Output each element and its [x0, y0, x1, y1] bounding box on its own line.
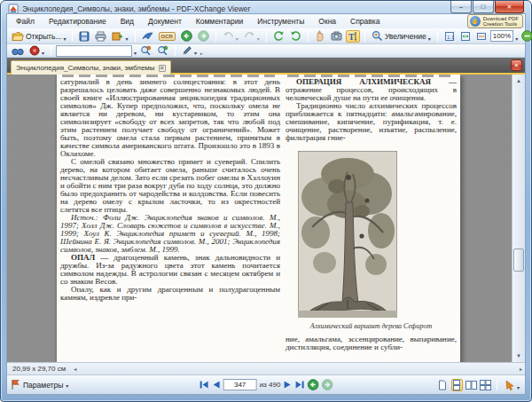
document-tab[interactable]: Энциклопедия_Символы, знаки, эмблемы: [11, 60, 171, 75]
rotate-ccw-button[interactable]: [271, 29, 286, 43]
minimize-icon: [459, 4, 463, 10]
hand-tool-button[interactable]: [313, 29, 327, 43]
toolbar-overflow-chevron[interactable]: [200, 43, 203, 59]
menu-help[interactable]: Справка: [350, 17, 379, 26]
print-icon: [95, 31, 106, 42]
next-view-button[interactable]: [321, 379, 332, 390]
zoom-tool-button[interactable]: Увеличение: [370, 28, 433, 45]
forward-arrow-icon: [198, 30, 209, 42]
send-mail-icon: [142, 31, 153, 41]
zoom-combo-caret[interactable]: [515, 28, 518, 44]
menu-edit[interactable]: Редактирование: [49, 17, 106, 26]
previous-view-button[interactable]: [307, 379, 318, 390]
chevron-down-icon: [257, 28, 260, 44]
fit-page-button[interactable]: [458, 30, 473, 43]
print-button[interactable]: [93, 30, 108, 43]
vertical-scroll-thumb[interactable]: [513, 248, 524, 272]
menu-file[interactable]: Файл: [16, 17, 35, 26]
open-label: Открыть...: [26, 32, 61, 41]
menu-document[interactable]: Документ: [148, 17, 182, 26]
close-button[interactable]: [495, 1, 524, 13]
snapshot-tool-button[interactable]: [329, 30, 344, 42]
close-icon: [514, 62, 520, 69]
fit-page-icon: [460, 31, 471, 42]
separator: [308, 31, 309, 42]
options-button[interactable]: Параметры: [11, 379, 68, 390]
rotate-cw-button[interactable]: [288, 29, 303, 43]
go-back-button[interactable]: [179, 29, 194, 43]
rotate-cw-icon: [290, 30, 301, 42]
save-button[interactable]: [77, 30, 91, 43]
close-document-button[interactable]: [511, 59, 522, 71]
menu-view[interactable]: Вид: [121, 17, 134, 26]
fit-width-icon: [476, 31, 487, 42]
search-options-button[interactable]: [27, 42, 46, 59]
chevron-down-icon: [194, 43, 197, 59]
previous-page-button[interactable]: [212, 380, 221, 390]
separator: [135, 31, 136, 42]
select-text-tool-button[interactable]: T: [346, 30, 360, 43]
find-next-button[interactable]: [155, 44, 170, 57]
snapshot-icon: [331, 31, 342, 41]
chevron-down-icon: [236, 28, 239, 44]
undo-button[interactable]: [221, 28, 240, 45]
arrow-right-icon: [520, 367, 522, 372]
alchemical-tree-figure: [298, 151, 397, 318]
find-text-input[interactable]: [56, 45, 132, 57]
menu-windows[interactable]: Окна: [318, 17, 336, 26]
scroll-left-button[interactable]: [71, 366, 79, 372]
find-previous-button[interactable]: [138, 44, 153, 57]
find-history-caret[interactable]: [134, 43, 137, 59]
fit-width-button[interactable]: [474, 30, 489, 43]
zoom-level-combobox[interactable]: 100%: [490, 30, 513, 42]
single-page-layout-button[interactable]: [437, 379, 449, 391]
zoom-out-button[interactable]: [520, 29, 532, 43]
menu-comments[interactable]: Комментарии: [196, 17, 244, 26]
page-number-input[interactable]: 347: [223, 379, 257, 390]
continuous-facing-layout-button[interactable]: [480, 379, 491, 391]
zoom-level-value: 100%: [493, 32, 511, 40]
badge-text: Download PDFCreation Tools: [483, 16, 519, 28]
paragraph: сатурналий в день зимнего солнцестояния:…: [60, 78, 280, 158]
scroll-down-button[interactable]: [512, 350, 525, 362]
entry-opal: ОПАЛ — драгоценный камень, знак дальнови…: [60, 254, 280, 286]
search-scope-icon: [29, 45, 40, 56]
options-label: Параметры: [23, 381, 63, 390]
go-forward-button[interactable]: [196, 29, 211, 43]
vertical-scrollbar[interactable]: [512, 75, 525, 362]
close-icon: [160, 65, 165, 72]
actual-size-button[interactable]: 1:1: [442, 30, 457, 43]
separator: [364, 31, 365, 42]
pen-tool-button[interactable]: [180, 42, 199, 59]
maximize-button[interactable]: [473, 1, 494, 13]
redo-button[interactable]: [242, 28, 262, 45]
first-page-button[interactable]: [200, 380, 209, 390]
export-button[interactable]: [110, 28, 129, 45]
back-arrow-icon: [181, 30, 192, 42]
search-button[interactable]: [10, 45, 26, 57]
continuous-layout-button[interactable]: [451, 379, 463, 391]
separator: [175, 45, 176, 56]
scroll-right-button[interactable]: [517, 366, 525, 372]
scroll-up-button[interactable]: [512, 75, 525, 87]
last-page-button[interactable]: [294, 380, 304, 390]
orange-pointer-icon: [505, 380, 515, 390]
separator: [215, 31, 216, 42]
separator: [72, 31, 73, 42]
page-right-column: ОПЕРАЦИЯ АЛХИМИЧЕСКАЯ — отражение процес…: [286, 78, 457, 351]
download-pdf-tools-badge[interactable]: Download PDFCreation Tools: [467, 14, 523, 28]
window-title: Энциклопедия_Символы, знаки, эмблемы - P…: [22, 4, 250, 13]
exclusive-mode-button[interactable]: [503, 376, 521, 394]
minimize-button[interactable]: [450, 1, 472, 13]
chevron-down-icon: [517, 377, 520, 393]
tab-close-button[interactable]: [159, 65, 166, 72]
figure-caption: Алхимический вариант дерева Сефирот: [286, 322, 457, 330]
zoom-out-icon: [521, 30, 532, 42]
ocr-button[interactable]: OCR: [157, 31, 177, 42]
magnifier-icon: [372, 30, 383, 42]
chevron-down-icon: [66, 381, 68, 390]
next-page-button[interactable]: [283, 380, 292, 390]
email-button[interactable]: [140, 30, 155, 42]
menu-tools[interactable]: Инструменты: [257, 17, 304, 26]
facing-pages-layout-button[interactable]: [466, 379, 477, 391]
